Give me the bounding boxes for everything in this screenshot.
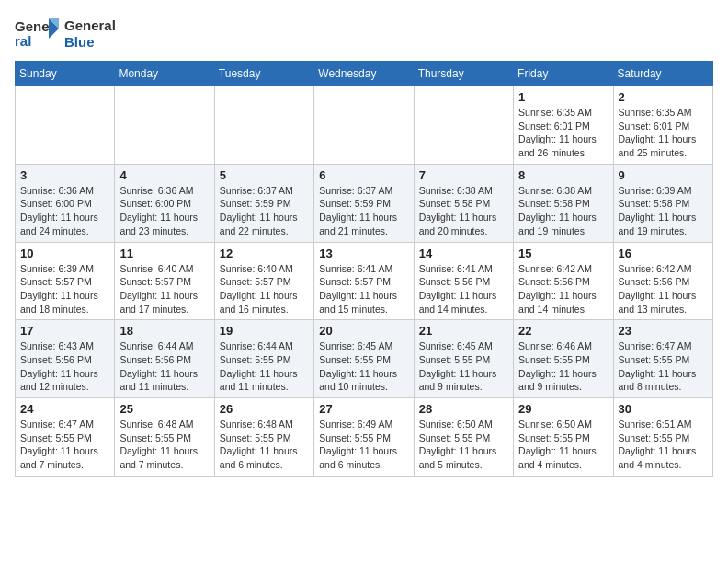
calendar-cell: 18Sunrise: 6:44 AM Sunset: 5:56 PM Dayli…: [115, 320, 214, 398]
day-number: 16: [619, 247, 708, 260]
day-info: Sunrise: 6:39 AM Sunset: 5:58 PM Dayligh…: [619, 184, 708, 238]
day-info: Sunrise: 6:50 AM Sunset: 5:55 PM Dayligh…: [518, 418, 608, 472]
calendar-cell: 16Sunrise: 6:42 AM Sunset: 5:56 PM Dayli…: [613, 242, 712, 320]
day-number: 12: [220, 247, 309, 260]
day-info: Sunrise: 6:37 AM Sunset: 5:59 PM Dayligh…: [319, 184, 408, 238]
day-number: 10: [20, 247, 109, 260]
day-number: 29: [518, 402, 608, 416]
day-info: Sunrise: 6:37 AM Sunset: 5:59 PM Dayligh…: [220, 184, 309, 238]
weekday-header-cell: Monday: [115, 62, 214, 86]
calendar-cell: 27Sunrise: 6:49 AM Sunset: 5:55 PM Dayli…: [314, 398, 414, 477]
day-info: Sunrise: 6:48 AM Sunset: 5:55 PM Dayligh…: [119, 418, 209, 472]
day-number: 24: [20, 402, 109, 416]
day-info: Sunrise: 6:47 AM Sunset: 5:55 PM Dayligh…: [619, 339, 708, 394]
weekday-header-cell: Sunday: [16, 62, 115, 86]
day-number: 7: [419, 168, 508, 182]
calendar-cell: 15Sunrise: 6:42 AM Sunset: 5:56 PM Dayli…: [514, 242, 613, 320]
calendar-cell: 6Sunrise: 6:37 AM Sunset: 5:59 PM Daylig…: [314, 164, 414, 242]
day-number: 1: [518, 90, 608, 104]
day-number: 6: [319, 168, 408, 182]
day-info: Sunrise: 6:40 AM Sunset: 5:57 PM Dayligh…: [220, 262, 309, 316]
logo-svg: Gene ral: [15, 15, 61, 53]
calendar-cell: 30Sunrise: 6:51 AM Sunset: 5:55 PM Dayli…: [613, 398, 712, 477]
svg-text:ral: ral: [15, 33, 31, 49]
day-number: 2: [619, 90, 708, 104]
calendar-cell: [314, 86, 414, 165]
day-number: 4: [119, 168, 209, 182]
calendar-table: SundayMondayTuesdayWednesdayThursdayFrid…: [15, 61, 713, 477]
day-info: Sunrise: 6:40 AM Sunset: 5:57 PM Dayligh…: [119, 262, 209, 316]
logo: Gene ral General Blue: [15, 15, 116, 53]
calendar-cell: 26Sunrise: 6:48 AM Sunset: 5:55 PM Dayli…: [214, 398, 313, 477]
day-info: Sunrise: 6:47 AM Sunset: 5:55 PM Dayligh…: [20, 418, 109, 472]
calendar-cell: [115, 86, 214, 165]
calendar-cell: 10Sunrise: 6:39 AM Sunset: 5:57 PM Dayli…: [16, 242, 115, 320]
calendar-cell: 23Sunrise: 6:47 AM Sunset: 5:55 PM Dayli…: [613, 320, 712, 398]
day-info: Sunrise: 6:36 AM Sunset: 6:00 PM Dayligh…: [119, 184, 209, 238]
calendar-cell: 19Sunrise: 6:44 AM Sunset: 5:55 PM Dayli…: [214, 320, 313, 398]
weekday-header-cell: Thursday: [414, 62, 513, 86]
day-info: Sunrise: 6:39 AM Sunset: 5:57 PM Dayligh…: [20, 262, 109, 316]
calendar-cell: 24Sunrise: 6:47 AM Sunset: 5:55 PM Dayli…: [16, 398, 115, 477]
calendar-cell: 12Sunrise: 6:40 AM Sunset: 5:57 PM Dayli…: [214, 242, 313, 320]
day-info: Sunrise: 6:42 AM Sunset: 5:56 PM Dayligh…: [518, 262, 608, 316]
calendar-cell: 29Sunrise: 6:50 AM Sunset: 5:55 PM Dayli…: [514, 398, 613, 477]
logo-general-text: Gene: [64, 17, 99, 33]
day-number: 17: [20, 324, 109, 338]
calendar-cell: 11Sunrise: 6:40 AM Sunset: 5:57 PM Dayli…: [115, 242, 214, 320]
day-number: 23: [619, 324, 708, 338]
calendar-week-row: 24Sunrise: 6:47 AM Sunset: 5:55 PM Dayli…: [16, 398, 713, 477]
day-number: 22: [518, 324, 608, 338]
calendar-cell: 5Sunrise: 6:37 AM Sunset: 5:59 PM Daylig…: [214, 164, 313, 242]
calendar-cell: 20Sunrise: 6:45 AM Sunset: 5:55 PM Dayli…: [314, 320, 414, 398]
day-info: Sunrise: 6:36 AM Sunset: 6:00 PM Dayligh…: [20, 184, 109, 238]
day-number: 11: [119, 247, 209, 260]
calendar-body: 1Sunrise: 6:35 AM Sunset: 6:01 PM Daylig…: [16, 86, 713, 477]
day-info: Sunrise: 6:35 AM Sunset: 6:01 PM Dayligh…: [518, 106, 608, 160]
day-number: 27: [319, 402, 408, 416]
calendar-week-row: 3Sunrise: 6:36 AM Sunset: 6:00 PM Daylig…: [16, 164, 713, 242]
calendar-week-row: 10Sunrise: 6:39 AM Sunset: 5:57 PM Dayli…: [16, 242, 713, 320]
day-number: 21: [419, 324, 508, 338]
day-info: Sunrise: 6:49 AM Sunset: 5:55 PM Dayligh…: [319, 418, 408, 472]
weekday-header-row: SundayMondayTuesdayWednesdayThursdayFrid…: [16, 62, 713, 86]
day-number: 9: [619, 168, 708, 182]
calendar-cell: 21Sunrise: 6:45 AM Sunset: 5:55 PM Dayli…: [414, 320, 513, 398]
page-header: Gene ral General Blue: [15, 15, 713, 53]
calendar-cell: 22Sunrise: 6:46 AM Sunset: 5:55 PM Dayli…: [514, 320, 613, 398]
day-number: 19: [220, 324, 309, 338]
calendar-cell: 28Sunrise: 6:50 AM Sunset: 5:55 PM Dayli…: [414, 398, 513, 477]
calendar-cell: 9Sunrise: 6:39 AM Sunset: 5:58 PM Daylig…: [613, 164, 712, 242]
day-number: 26: [220, 402, 309, 416]
day-number: 20: [319, 324, 408, 338]
calendar-week-row: 1Sunrise: 6:35 AM Sunset: 6:01 PM Daylig…: [16, 86, 713, 165]
day-info: Sunrise: 6:42 AM Sunset: 5:56 PM Dayligh…: [619, 262, 708, 316]
weekday-header-cell: Wednesday: [314, 62, 414, 86]
day-info: Sunrise: 6:41 AM Sunset: 5:57 PM Dayligh…: [319, 262, 408, 316]
calendar-cell: 25Sunrise: 6:48 AM Sunset: 5:55 PM Dayli…: [115, 398, 214, 477]
weekday-header-cell: Saturday: [613, 62, 712, 86]
day-info: Sunrise: 6:41 AM Sunset: 5:56 PM Dayligh…: [419, 262, 508, 316]
calendar-week-row: 17Sunrise: 6:43 AM Sunset: 5:56 PM Dayli…: [16, 320, 713, 398]
calendar-cell: 14Sunrise: 6:41 AM Sunset: 5:56 PM Dayli…: [414, 242, 513, 320]
day-info: Sunrise: 6:38 AM Sunset: 5:58 PM Dayligh…: [419, 184, 508, 238]
day-number: 13: [319, 247, 408, 260]
day-info: Sunrise: 6:51 AM Sunset: 5:55 PM Dayligh…: [619, 418, 708, 472]
day-number: 5: [220, 168, 309, 182]
day-info: Sunrise: 6:45 AM Sunset: 5:55 PM Dayligh…: [419, 339, 508, 394]
calendar-cell: 1Sunrise: 6:35 AM Sunset: 6:01 PM Daylig…: [514, 86, 613, 165]
day-info: Sunrise: 6:43 AM Sunset: 5:56 PM Dayligh…: [20, 339, 109, 394]
calendar-cell: 13Sunrise: 6:41 AM Sunset: 5:57 PM Dayli…: [314, 242, 414, 320]
day-info: Sunrise: 6:35 AM Sunset: 6:01 PM Dayligh…: [619, 106, 708, 160]
calendar-cell: 8Sunrise: 6:38 AM Sunset: 5:58 PM Daylig…: [514, 164, 613, 242]
weekday-header-cell: Friday: [514, 62, 613, 86]
day-number: 28: [419, 402, 508, 416]
calendar-cell: 2Sunrise: 6:35 AM Sunset: 6:01 PM Daylig…: [613, 86, 712, 165]
day-number: 25: [119, 402, 209, 416]
calendar-cell: 3Sunrise: 6:36 AM Sunset: 6:00 PM Daylig…: [16, 164, 115, 242]
day-info: Sunrise: 6:44 AM Sunset: 5:56 PM Dayligh…: [119, 339, 209, 394]
day-number: 8: [518, 168, 608, 182]
day-number: 30: [619, 402, 708, 416]
day-number: 18: [119, 324, 209, 338]
day-info: Sunrise: 6:45 AM Sunset: 5:55 PM Dayligh…: [319, 339, 408, 394]
